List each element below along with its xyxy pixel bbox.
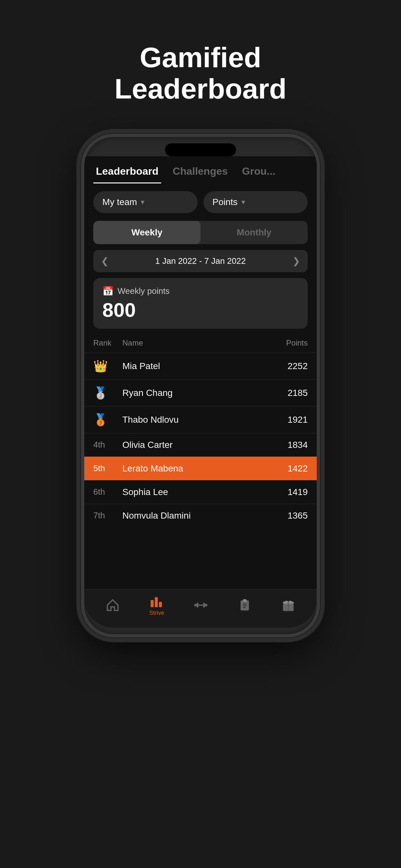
svg-rect-1 bbox=[155, 597, 158, 607]
table-row[interactable]: 🥉 Thabo Ndlovu 1921 bbox=[84, 406, 317, 433]
home-icon bbox=[105, 598, 120, 612]
table-row[interactable]: 6th Sophia Lee 1419 bbox=[84, 480, 317, 504]
svg-rect-0 bbox=[151, 600, 154, 607]
chevron-down-icon: ▾ bbox=[141, 198, 144, 206]
nav-tabs: Leaderboard Challenges Grou... bbox=[84, 156, 317, 183]
date-range: ❮ 1 Jan 2022 - 7 Jan 2022 ❯ bbox=[93, 250, 308, 272]
svg-rect-3 bbox=[194, 604, 197, 606]
tab-challenges[interactable]: Challenges bbox=[170, 165, 230, 183]
rank-text: 5th bbox=[93, 463, 105, 473]
calendar-icon: 📅 bbox=[102, 286, 114, 297]
weekly-points-card: 📅 Weekly points 800 bbox=[93, 278, 308, 329]
chevron-down-icon: ▾ bbox=[242, 198, 245, 206]
nav-label-strive: Strive bbox=[149, 610, 164, 616]
chart-icon bbox=[150, 594, 164, 609]
table-row[interactable]: 4th Olivia Carter 1834 bbox=[84, 433, 317, 457]
table-row[interactable]: 🥈 Ryan Chang 2185 bbox=[84, 379, 317, 406]
nav-item-strive[interactable]: Strive bbox=[143, 591, 171, 620]
svg-rect-2 bbox=[159, 601, 162, 607]
bottom-nav: Strive bbox=[84, 589, 317, 628]
phone-frame: Leaderboard Challenges Grou... My team ▾… bbox=[81, 134, 320, 638]
points-card-label: Weekly points bbox=[118, 286, 169, 296]
dumbbell-icon bbox=[194, 598, 208, 612]
tab-leaderboard[interactable]: Leaderboard bbox=[93, 165, 161, 183]
rank-text: 7th bbox=[93, 510, 105, 521]
nav-item-dumbbell[interactable] bbox=[187, 595, 214, 616]
phone-screen: Leaderboard Challenges Grou... My team ▾… bbox=[84, 156, 317, 628]
weekly-button[interactable]: Weekly bbox=[93, 221, 201, 244]
dynamic-island bbox=[165, 144, 236, 156]
nav-item-clipboard[interactable] bbox=[231, 595, 258, 616]
nav-item-home[interactable] bbox=[99, 595, 126, 616]
clipboard-icon bbox=[238, 598, 252, 612]
svg-rect-7 bbox=[198, 604, 204, 606]
filter-points[interactable]: Points ▾ bbox=[204, 191, 308, 213]
next-date-button[interactable]: ❯ bbox=[292, 256, 300, 267]
monthly-button[interactable]: Monthly bbox=[201, 221, 308, 244]
rank-text: 4th bbox=[93, 440, 105, 450]
svg-rect-5 bbox=[197, 603, 198, 608]
page-title: Gamified Leaderboard bbox=[114, 42, 286, 104]
points-card-value: 800 bbox=[102, 299, 299, 321]
prev-date-button[interactable]: ❮ bbox=[101, 256, 109, 267]
rank-icon: 👑 bbox=[93, 360, 108, 373]
svg-rect-4 bbox=[205, 604, 207, 606]
filter-team[interactable]: My team ▾ bbox=[93, 191, 197, 213]
gift-icon bbox=[281, 598, 296, 612]
leaderboard-table: 👑 Mia Patel 2252 🥈 Ryan Chang 2185 🥉 Tha… bbox=[84, 352, 317, 589]
table-header: Rank Name Points bbox=[84, 335, 317, 352]
table-row-highlighted[interactable]: 5th Lerato Mabena 1422 bbox=[84, 457, 317, 480]
table-row[interactable]: 7th Nomvula Dlamini 1365 bbox=[84, 504, 317, 527]
rank-icon: 🥉 bbox=[93, 413, 108, 427]
filters-row: My team ▾ Points ▾ bbox=[84, 183, 317, 221]
period-toggle: Weekly Monthly bbox=[93, 221, 308, 244]
date-range-text: 1 Jan 2022 - 7 Jan 2022 bbox=[155, 256, 246, 266]
svg-rect-9 bbox=[243, 599, 246, 601]
rank-text: 6th bbox=[93, 487, 105, 497]
rank-icon: 🥈 bbox=[93, 386, 108, 400]
table-row[interactable]: 👑 Mia Patel 2252 bbox=[84, 352, 317, 379]
tab-group[interactable]: Grou... bbox=[240, 165, 278, 183]
svg-rect-6 bbox=[203, 603, 205, 608]
nav-item-gift[interactable] bbox=[275, 595, 302, 616]
